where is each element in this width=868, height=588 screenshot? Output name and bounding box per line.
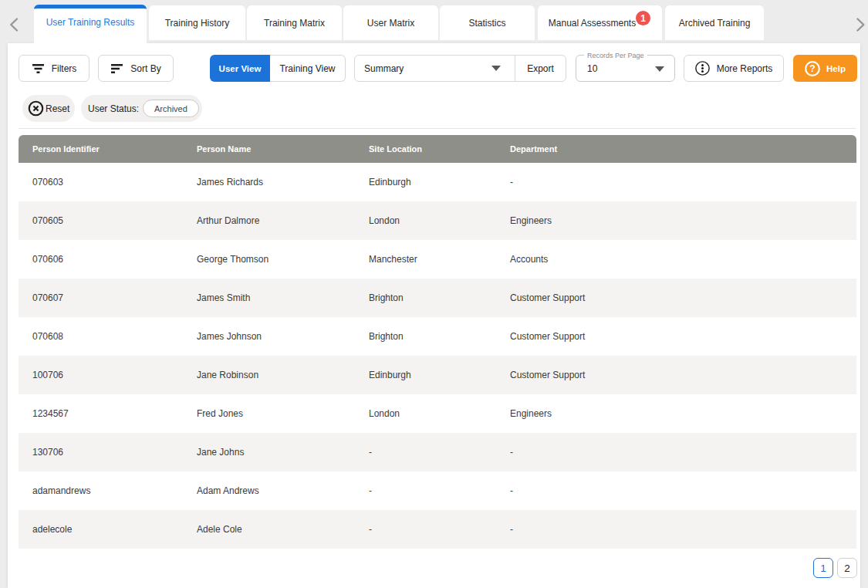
svg-text:?: ? [809,63,815,74]
